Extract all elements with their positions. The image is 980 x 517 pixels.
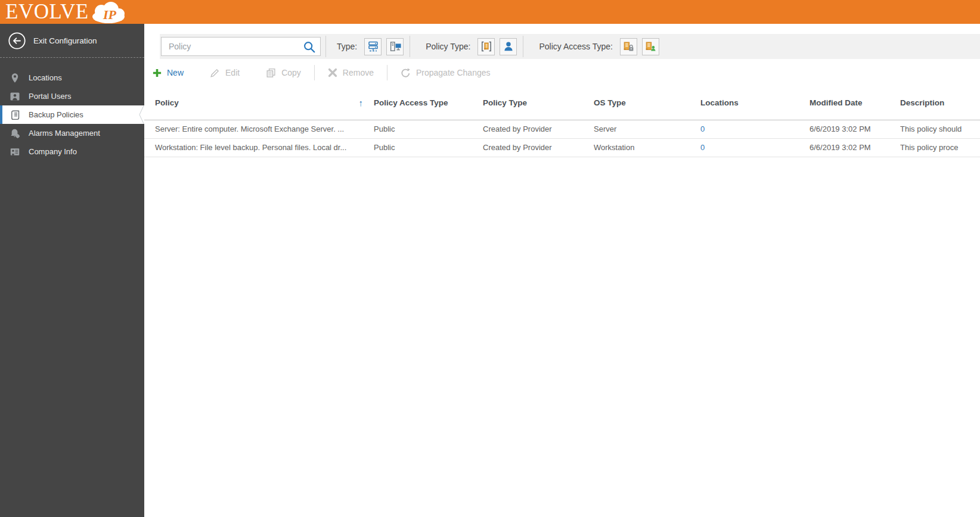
public-policy-person-icon[interactable] — [642, 38, 659, 55]
policy-search-box — [161, 37, 321, 56]
policy-type-filter-label: Policy Type: — [426, 42, 470, 51]
private-policy-lock-icon[interactable] — [620, 38, 637, 55]
edit-button-label: Edit — [225, 68, 240, 77]
sidebar-item-company-info[interactable]: Company Info — [0, 142, 144, 161]
policy-access-type-cell: Public — [374, 120, 483, 138]
sidebar-item-alarms-management[interactable]: Alarms Management — [0, 124, 144, 142]
user-policy-icon[interactable] — [500, 38, 517, 55]
cloud-ip-icon: IP — [90, 1, 128, 24]
sidebar-item-label: Portal Users — [29, 92, 72, 101]
copy-button[interactable]: Copy — [261, 66, 306, 80]
description-cell: This policy should — [900, 120, 980, 138]
policy-access-type-cell: Public — [374, 138, 483, 157]
column-header-label: Modified Date — [810, 98, 863, 107]
location-pin-icon — [10, 73, 20, 83]
column-header-label: OS Type — [594, 98, 626, 107]
remove-button[interactable]: Remove — [323, 66, 379, 80]
filter-group-type: Type: — [337, 38, 404, 55]
locations-count-link[interactable]: 0 — [700, 124, 705, 133]
company-info-icon — [10, 147, 20, 157]
sidebar-item-label: Alarms Management — [29, 129, 100, 138]
modified-date-cell: 6/6/2019 3:02 PM — [810, 120, 900, 138]
policy-cell: Server: Entire computer. Microsoft Excha… — [144, 120, 374, 138]
top-brand-bar: EVOLVE IP — [0, 0, 980, 24]
new-button-label: New — [167, 68, 184, 77]
exit-configuration-label: Exit Configuration — [33, 36, 97, 45]
propagate-changes-button[interactable]: Propagate Changes — [396, 66, 495, 80]
column-header-os-type[interactable]: OS Type — [594, 86, 700, 120]
description-cell: This policy proce — [900, 138, 980, 157]
sidebar-item-label: Locations — [29, 73, 62, 82]
copy-icon — [266, 68, 276, 78]
column-header-label: Policy Access Type — [374, 98, 448, 107]
policy-type-cell: Created by Provider — [483, 120, 594, 138]
sort-ascending-icon: ↑ — [359, 98, 364, 108]
refresh-icon — [401, 68, 411, 78]
copy-button-label: Copy — [281, 68, 301, 77]
sidebar-nav: Locations Portal Users — [0, 58, 144, 161]
sidebar-item-backup-policies[interactable]: Backup Policies — [0, 105, 144, 124]
column-header-policy-access-type[interactable]: Policy Access Type — [374, 86, 483, 120]
logo-text: EVOLVE — [5, 1, 89, 23]
type-filter-label: Type: — [337, 42, 357, 51]
column-header-policy[interactable]: Policy ↑ — [144, 86, 374, 120]
policy-scroll-icon — [10, 110, 20, 120]
edit-button[interactable]: Edit — [205, 66, 244, 80]
evolve-ip-logo: EVOLVE IP — [5, 0, 128, 24]
toolbar-divider — [387, 65, 387, 80]
column-header-label: Locations — [700, 98, 739, 107]
column-header-policy-type[interactable]: Policy Type — [483, 86, 594, 120]
policy-cell: Workstation: File level backup. Personal… — [144, 138, 374, 157]
workstation-type-icon[interactable] — [386, 38, 404, 55]
column-header-description[interactable]: Description — [900, 86, 980, 120]
sidebar-item-locations[interactable]: Locations — [0, 68, 144, 87]
os-type-cell: Server — [594, 120, 700, 138]
table-row[interactable]: Workstation: File level backup. Personal… — [144, 138, 980, 157]
new-button[interactable]: New — [148, 66, 188, 80]
filter-divider — [523, 36, 523, 57]
alarm-bell-gear-icon — [10, 128, 20, 139]
column-header-label: Policy — [155, 98, 179, 107]
column-header-label: Description — [900, 98, 944, 107]
search-icon[interactable] — [302, 40, 317, 54]
filter-bar: Type: — [160, 34, 980, 59]
table-row[interactable]: Server: Entire computer. Microsoft Excha… — [144, 120, 980, 138]
locations-cell: 0 — [700, 138, 810, 157]
portal-user-icon — [10, 91, 20, 102]
filter-divider — [410, 36, 410, 57]
main-content: Type: — [144, 24, 980, 517]
remove-button-label: Remove — [343, 68, 374, 77]
provider-policy-icon[interactable] — [477, 38, 495, 55]
table-header-row: Policy ↑ Policy Access Type Policy Type … — [144, 86, 980, 120]
search-input[interactable] — [162, 38, 320, 55]
modified-date-cell: 6/6/2019 3:02 PM — [810, 138, 900, 157]
svg-text:IP: IP — [103, 7, 117, 22]
propagate-changes-button-label: Propagate Changes — [416, 68, 491, 77]
locations-count-link[interactable]: 0 — [700, 143, 705, 152]
pencil-icon — [210, 68, 220, 78]
policies-table: Policy ↑ Policy Access Type Policy Type … — [144, 86, 980, 157]
filter-group-policy-type: Policy Type: — [426, 38, 517, 55]
sidebar-item-label: Backup Policies — [29, 110, 83, 119]
sidebar-item-portal-users[interactable]: Portal Users — [0, 87, 144, 105]
column-header-locations[interactable]: Locations — [700, 86, 810, 120]
os-type-cell: Workstation — [594, 138, 700, 157]
policy-access-type-filter-label: Policy Access Type: — [539, 42, 612, 51]
plus-icon — [153, 68, 162, 77]
exit-configuration-button[interactable]: Exit Configuration — [0, 24, 144, 58]
toolbar-divider — [314, 65, 315, 80]
sidebar-item-label: Company Info — [29, 147, 77, 156]
column-header-modified-date[interactable]: Modified Date — [810, 86, 900, 120]
column-header-label: Policy Type — [483, 98, 527, 107]
filter-group-policy-access-type: Policy Access Type: — [539, 38, 659, 55]
locations-cell: 0 — [700, 120, 810, 138]
filter-divider — [325, 36, 326, 57]
selected-item-notch — [138, 105, 144, 124]
sidebar: Exit Configuration Locations Portal User… — [0, 24, 144, 517]
actions-toolbar: New Edit Copy — [144, 59, 980, 86]
server-type-icon[interactable] — [364, 38, 382, 55]
policy-type-cell: Created by Provider — [483, 138, 594, 157]
back-arrow-circle-icon — [8, 32, 26, 50]
x-icon — [328, 68, 337, 77]
